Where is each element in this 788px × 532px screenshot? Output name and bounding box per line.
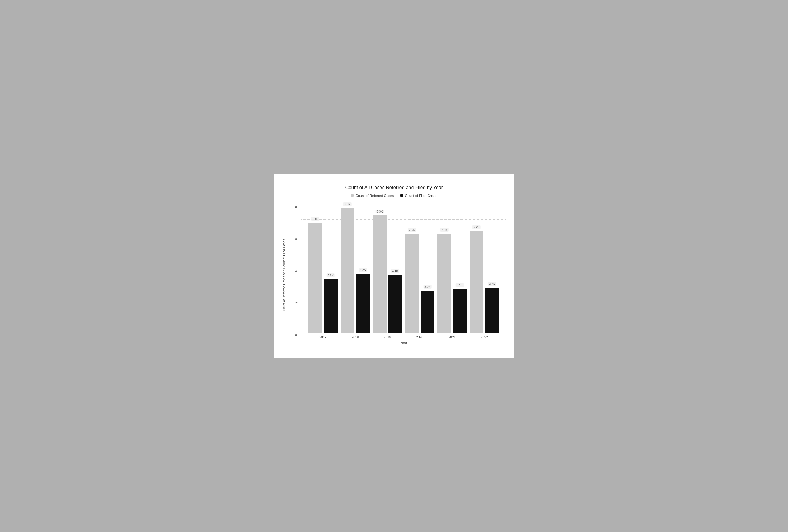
- bar-referred-2019: 8.3K: [373, 215, 387, 333]
- bar-pair-2022: 7.2K 3.2K: [470, 231, 499, 333]
- bar-label-referred-2018: 8.8K: [343, 202, 352, 206]
- filed-label: Count of Filed Cases: [405, 194, 437, 198]
- bar-label-referred-2017: 7.8K: [311, 217, 319, 220]
- chart-inner: 0K 2K 4K 6K 8K: [290, 205, 506, 345]
- bar-label-filed-2021: 3.1K: [456, 283, 464, 287]
- filed-dot: [400, 194, 403, 197]
- bar-filed-2022: 3.2K: [485, 288, 499, 333]
- legend-filed: Count of Filed Cases: [400, 194, 437, 198]
- y-tick-6k: 6K: [295, 238, 299, 241]
- bar-pair-2020: 7.0K 3.0K: [405, 234, 434, 333]
- bar-filed-2019: 4.1K: [388, 275, 402, 333]
- y-tick-4k: 4K: [295, 270, 299, 273]
- bar-label-referred-2021: 7.0K: [440, 228, 449, 232]
- bar-pair-2017: 7.8K 3.8K: [308, 223, 338, 333]
- referred-dot: [351, 194, 354, 197]
- bar-group-2021: 7.0K 3.1K: [437, 234, 467, 333]
- bar-referred-2018: 8.8K: [340, 208, 354, 333]
- bar-group-2020: 7.0K 3.0K: [405, 234, 434, 333]
- chart-container: Count of All Cases Referred and Filed by…: [274, 174, 514, 358]
- bar-filed-2017: 3.8K: [324, 279, 338, 333]
- bar-label-referred-2019: 8.3K: [376, 210, 384, 213]
- bar-pair-2021: 7.0K 3.1K: [437, 234, 467, 333]
- bar-group-2018: 8.8K 4.2K: [340, 208, 370, 333]
- bar-filed-2021: 3.1K: [453, 289, 467, 333]
- x-tick-2022: 2022: [468, 335, 500, 339]
- chart-area: Count of Referred Cases and Count of Fil…: [282, 205, 506, 345]
- bar-filed-2020: 3.0K: [420, 291, 434, 333]
- y-axis: 0K 2K 4K 6K 8K: [290, 205, 300, 337]
- bar-group-2017: 7.8K 3.8K: [308, 223, 338, 333]
- grid-and-bars: 7.8K 3.8K 8.8K: [301, 205, 506, 333]
- bar-group-2019: 8.3K 4.1K: [373, 215, 402, 333]
- bar-label-referred-2020: 7.0K: [408, 228, 416, 232]
- y-axis-label: Count of Referred Cases and Count of Fil…: [282, 205, 288, 345]
- bar-filed-2018: 4.2K: [356, 274, 370, 333]
- bar-referred-2021: 7.0K: [437, 234, 451, 333]
- x-tick-2017: 2017: [307, 335, 339, 339]
- chart-title: Count of All Cases Referred and Filed by…: [282, 185, 506, 191]
- x-axis: 2017 2018 2019 2020 2021 2022: [301, 333, 506, 339]
- bars-row: 7.8K 3.8K 8.8K: [301, 205, 506, 333]
- bar-label-referred-2022: 7.2K: [472, 225, 481, 229]
- y-tick-0k: 0K: [295, 334, 299, 337]
- bar-group-2022: 7.2K 3.2K: [470, 231, 499, 333]
- legend-referred: Count of Referred Cases: [351, 194, 394, 198]
- x-tick-2020: 2020: [404, 335, 436, 339]
- x-axis-title: Year: [301, 341, 506, 345]
- legend: Count of Referred Cases Count of Filed C…: [282, 194, 506, 198]
- bar-label-filed-2017: 3.8K: [327, 273, 335, 277]
- bar-label-filed-2018: 4.2K: [359, 268, 367, 272]
- x-tick-2018: 2018: [339, 335, 371, 339]
- bar-pair-2019: 8.3K 4.1K: [373, 215, 402, 333]
- bar-label-filed-2019: 4.1K: [391, 269, 399, 273]
- y-tick-2k: 2K: [295, 301, 299, 304]
- bar-referred-2022: 7.2K: [470, 231, 484, 333]
- x-tick-2021: 2021: [436, 335, 468, 339]
- bar-label-filed-2020: 3.0K: [423, 285, 432, 289]
- y-tick-8k: 8K: [295, 205, 299, 209]
- bar-pair-2018: 8.8K 4.2K: [340, 208, 370, 333]
- bar-label-filed-2022: 3.2K: [488, 282, 496, 286]
- x-tick-2019: 2019: [371, 335, 403, 339]
- bar-referred-2020: 7.0K: [405, 234, 419, 333]
- referred-label: Count of Referred Cases: [355, 194, 394, 198]
- bar-referred-2017: 7.8K: [308, 223, 322, 333]
